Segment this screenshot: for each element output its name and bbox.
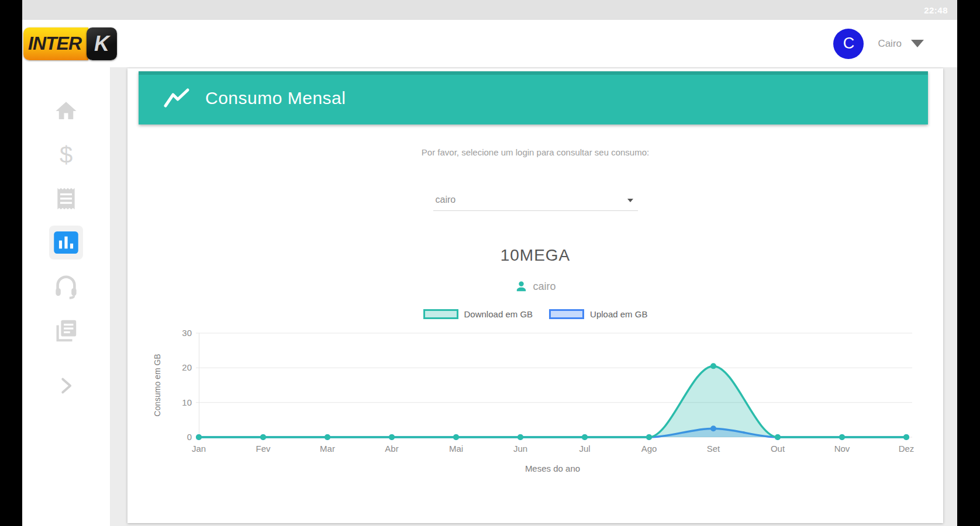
logo-inter-text: INTER: [23, 27, 88, 60]
selected-login-name: cairo: [533, 281, 555, 293]
chevron-down-icon[interactable]: [911, 40, 924, 47]
x-tick-label: Dez: [899, 444, 915, 454]
sidebar-item-financial[interactable]: $: [49, 138, 83, 172]
x-tick-label: Ago: [641, 444, 657, 454]
avatar[interactable]: C: [833, 29, 864, 59]
sidebar-item-consumption[interactable]: [49, 226, 83, 259]
sidebar-expand-button[interactable]: [49, 369, 83, 403]
login-select-value: cairo: [436, 195, 456, 205]
x-tick-label: Out: [771, 444, 785, 454]
x-axis-title: Meses do ano: [525, 463, 580, 473]
x-tick-label: Mai: [449, 444, 463, 454]
home-icon: [53, 99, 80, 123]
documents-icon: [53, 317, 80, 344]
app-screen: 22:48 INTER K C Cairo Consumo Mensal Por…: [22, 0, 957, 526]
y-tick-label: 10: [182, 397, 192, 407]
data-point[interactable]: [903, 434, 909, 440]
status-time: 22:48: [924, 5, 948, 15]
series-line-1: [199, 428, 906, 437]
x-tick-label: Jan: [192, 444, 206, 454]
select-caret-icon: [627, 199, 633, 202]
data-point[interactable]: [839, 434, 845, 440]
data-point[interactable]: [260, 434, 266, 440]
series-line-0: [199, 366, 906, 437]
y-axis-title: Consumo em GB: [153, 354, 162, 416]
content-background: Consumo Mensal Por favor, selecione um l…: [110, 67, 957, 526]
selected-login-row: cairo: [127, 280, 943, 293]
user-name: Cairo: [878, 38, 902, 50]
trending-up-icon: [163, 87, 190, 109]
legend-swatch-download: [423, 309, 458, 319]
x-tick-label: Mar: [320, 444, 335, 454]
chevron-right-icon: [56, 375, 76, 397]
card-header: Consumo Mensal: [139, 71, 928, 124]
dollar-icon: $: [60, 142, 73, 168]
page-title: Consumo Mensal: [205, 88, 346, 108]
data-point[interactable]: [646, 434, 652, 440]
receipt-icon: [53, 186, 79, 212]
legend-label-upload: Upload em GB: [590, 309, 647, 319]
login-select[interactable]: cairo: [433, 184, 638, 211]
app-bar: INTER K C Cairo: [22, 20, 957, 67]
person-icon: [515, 280, 528, 293]
sidebar-item-home[interactable]: [49, 94, 83, 128]
data-point[interactable]: [325, 434, 330, 440]
data-point[interactable]: [775, 434, 781, 440]
legend-label-download: Download em GB: [464, 309, 533, 319]
chart-canvas[interactable]: 0102030JanFevMarAbrMaiJunJulAgoSetOutNov…: [151, 326, 929, 483]
bar-chart-icon: [54, 231, 78, 254]
legend-swatch-upload: [549, 309, 584, 319]
x-tick-label: Abr: [385, 444, 398, 454]
legend-item-upload[interactable]: Upload em GB: [549, 309, 647, 319]
series-area-0: [199, 366, 906, 437]
data-point[interactable]: [582, 434, 588, 440]
series-area-1: [199, 428, 906, 437]
x-tick-label: Fev: [256, 444, 271, 454]
data-point[interactable]: [196, 434, 202, 440]
y-tick-label: 20: [182, 362, 192, 372]
sidebar-item-invoices[interactable]: [49, 182, 83, 216]
x-tick-label: Jun: [513, 444, 527, 454]
x-tick-label: Nov: [834, 444, 850, 454]
brand-logo: INTER K: [23, 27, 117, 60]
x-tick-label: Jul: [579, 444, 590, 454]
sidebar-item-documents[interactable]: [49, 313, 83, 347]
legend-item-download[interactable]: Download em GB: [423, 309, 533, 319]
instruction-text: Por favor, selecione um login para consu…: [127, 147, 943, 157]
plan-title: 10MEGA: [127, 246, 943, 265]
status-bar: 22:48: [22, 0, 957, 20]
data-point[interactable]: [517, 434, 523, 440]
sidebar-nav: $: [22, 67, 110, 526]
data-point[interactable]: [710, 363, 716, 369]
data-point[interactable]: [389, 434, 395, 440]
chart-legend: Download em GB Upload em GB: [127, 309, 943, 319]
consumption-chart[interactable]: 0102030JanFevMarAbrMaiJunJulAgoSetOutNov…: [151, 326, 929, 483]
y-tick-label: 30: [182, 328, 192, 338]
consumption-card: Consumo Mensal Por favor, selecione um l…: [127, 68, 943, 523]
user-menu[interactable]: C Cairo: [833, 29, 957, 59]
logo-k-badge: K: [87, 27, 117, 60]
data-point[interactable]: [453, 434, 459, 440]
body-row: Consumo Mensal Por favor, selecione um l…: [22, 67, 957, 526]
y-tick-label: 0: [187, 432, 192, 442]
headset-icon: [53, 273, 80, 300]
sidebar-item-support[interactable]: [49, 269, 83, 303]
x-tick-label: Set: [707, 444, 720, 454]
